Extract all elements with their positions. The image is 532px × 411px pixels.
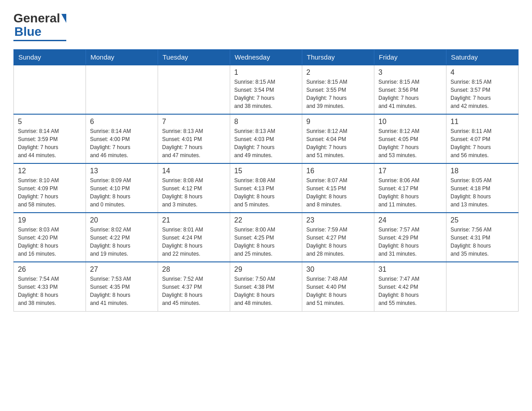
weekday-header-row: SundayMondayTuesdayWednesdayThursdayFrid… (14, 50, 519, 65)
day-number: 7 (162, 118, 226, 126)
calendar-cell: 12Sunrise: 8:10 AM Sunset: 4:09 PM Dayli… (14, 163, 86, 213)
day-info: Sunrise: 7:47 AM Sunset: 4:42 PM Dayligh… (378, 275, 442, 307)
logo-row1: General (13, 11, 66, 26)
logo-arrow-icon (61, 14, 66, 23)
day-info: Sunrise: 8:15 AM Sunset: 3:54 PM Dayligh… (234, 78, 298, 110)
day-number: 17 (378, 167, 442, 175)
day-number: 25 (450, 216, 514, 224)
day-info: Sunrise: 8:02 AM Sunset: 4:22 PM Dayligh… (90, 226, 154, 258)
day-number: 6 (90, 118, 154, 126)
day-info: Sunrise: 8:12 AM Sunset: 4:04 PM Dayligh… (306, 127, 370, 159)
calendar-cell: 28Sunrise: 7:52 AM Sunset: 4:37 PM Dayli… (158, 262, 230, 311)
logo: General Blue (13, 11, 66, 41)
week-row-4: 19Sunrise: 8:03 AM Sunset: 4:20 PM Dayli… (14, 213, 519, 262)
calendar-cell: 26Sunrise: 7:54 AM Sunset: 4:33 PM Dayli… (14, 262, 86, 311)
day-number: 5 (18, 118, 82, 126)
calendar-cell: 24Sunrise: 7:57 AM Sunset: 4:29 PM Dayli… (374, 213, 446, 262)
weekday-header-wednesday: Wednesday (230, 50, 302, 65)
day-number: 18 (450, 167, 514, 175)
weekday-header-monday: Monday (86, 50, 158, 65)
calendar-cell: 11Sunrise: 8:11 AM Sunset: 4:07 PM Dayli… (446, 114, 519, 163)
day-number: 16 (306, 167, 370, 175)
page-header: General Blue (13, 9, 519, 41)
day-number: 26 (18, 265, 82, 274)
day-info: Sunrise: 8:15 AM Sunset: 3:55 PM Dayligh… (306, 78, 370, 110)
day-info: Sunrise: 8:06 AM Sunset: 4:17 PM Dayligh… (378, 176, 442, 209)
week-row-1: 1Sunrise: 8:15 AM Sunset: 3:54 PM Daylig… (14, 65, 519, 114)
calendar-cell: 2Sunrise: 8:15 AM Sunset: 3:55 PM Daylig… (302, 65, 374, 114)
day-info: Sunrise: 8:13 AM Sunset: 4:03 PM Dayligh… (234, 127, 298, 159)
calendar-cell: 21Sunrise: 8:01 AM Sunset: 4:24 PM Dayli… (158, 213, 230, 262)
day-info: Sunrise: 8:15 AM Sunset: 3:56 PM Dayligh… (378, 78, 442, 110)
calendar-cell: 14Sunrise: 8:08 AM Sunset: 4:12 PM Dayli… (158, 163, 230, 213)
calendar-cell: 19Sunrise: 8:03 AM Sunset: 4:20 PM Dayli… (14, 213, 86, 262)
day-number: 2 (306, 68, 370, 77)
day-info: Sunrise: 7:48 AM Sunset: 4:40 PM Dayligh… (306, 275, 370, 307)
weekday-header-saturday: Saturday (446, 50, 519, 65)
logo-underline (13, 40, 66, 41)
day-info: Sunrise: 8:13 AM Sunset: 4:01 PM Dayligh… (162, 127, 226, 159)
day-info: Sunrise: 8:09 AM Sunset: 4:10 PM Dayligh… (90, 176, 154, 209)
calendar-cell (14, 65, 86, 114)
weekday-header-thursday: Thursday (302, 50, 374, 65)
day-number: 15 (234, 167, 298, 175)
calendar-cell: 13Sunrise: 8:09 AM Sunset: 4:10 PM Dayli… (86, 163, 158, 213)
calendar-cell: 31Sunrise: 7:47 AM Sunset: 4:42 PM Dayli… (374, 262, 446, 311)
week-row-5: 26Sunrise: 7:54 AM Sunset: 4:33 PM Dayli… (14, 262, 519, 311)
day-number: 12 (18, 167, 82, 175)
calendar-cell: 8Sunrise: 8:13 AM Sunset: 4:03 PM Daylig… (230, 114, 302, 163)
day-info: Sunrise: 7:52 AM Sunset: 4:37 PM Dayligh… (162, 275, 226, 307)
day-number: 31 (378, 265, 442, 274)
calendar-cell: 5Sunrise: 8:14 AM Sunset: 3:59 PM Daylig… (14, 114, 86, 163)
calendar-cell: 10Sunrise: 8:12 AM Sunset: 4:05 PM Dayli… (374, 114, 446, 163)
week-row-3: 12Sunrise: 8:10 AM Sunset: 4:09 PM Dayli… (14, 163, 519, 213)
day-info: Sunrise: 7:50 AM Sunset: 4:38 PM Dayligh… (234, 275, 298, 307)
day-info: Sunrise: 8:12 AM Sunset: 4:05 PM Dayligh… (378, 127, 442, 159)
calendar-cell: 25Sunrise: 7:56 AM Sunset: 4:31 PM Dayli… (446, 213, 519, 262)
day-number: 9 (306, 118, 370, 126)
calendar-cell: 30Sunrise: 7:48 AM Sunset: 4:40 PM Dayli… (302, 262, 374, 311)
calendar-cell: 18Sunrise: 8:05 AM Sunset: 4:18 PM Dayli… (446, 163, 519, 213)
logo-row2: Blue (13, 25, 42, 39)
day-info: Sunrise: 8:14 AM Sunset: 4:00 PM Dayligh… (90, 127, 154, 159)
calendar-cell: 27Sunrise: 7:53 AM Sunset: 4:35 PM Dayli… (86, 262, 158, 311)
day-info: Sunrise: 8:03 AM Sunset: 4:20 PM Dayligh… (18, 226, 82, 258)
day-info: Sunrise: 8:08 AM Sunset: 4:13 PM Dayligh… (234, 176, 298, 209)
day-number: 22 (234, 216, 298, 224)
week-row-2: 5Sunrise: 8:14 AM Sunset: 3:59 PM Daylig… (14, 114, 519, 163)
calendar-cell: 4Sunrise: 8:15 AM Sunset: 3:57 PM Daylig… (446, 65, 519, 114)
day-info: Sunrise: 7:57 AM Sunset: 4:29 PM Dayligh… (378, 226, 442, 258)
day-number: 19 (18, 216, 82, 224)
calendar-cell (86, 65, 158, 114)
day-info: Sunrise: 8:15 AM Sunset: 3:57 PM Dayligh… (450, 78, 514, 110)
day-info: Sunrise: 8:00 AM Sunset: 4:25 PM Dayligh… (234, 226, 298, 258)
day-info: Sunrise: 8:14 AM Sunset: 3:59 PM Dayligh… (18, 127, 82, 159)
day-number: 21 (162, 216, 226, 224)
day-number: 29 (234, 265, 298, 274)
day-number: 4 (450, 68, 514, 77)
weekday-header-sunday: Sunday (14, 50, 86, 65)
day-number: 27 (90, 265, 154, 274)
day-number: 30 (306, 265, 370, 274)
calendar-cell: 7Sunrise: 8:13 AM Sunset: 4:01 PM Daylig… (158, 114, 230, 163)
calendar-table: SundayMondayTuesdayWednesdayThursdayFrid… (13, 49, 519, 312)
day-number: 13 (90, 167, 154, 175)
day-info: Sunrise: 7:59 AM Sunset: 4:27 PM Dayligh… (306, 226, 370, 258)
day-number: 1 (234, 68, 298, 77)
weekday-header-tuesday: Tuesday (158, 50, 230, 65)
day-info: Sunrise: 8:01 AM Sunset: 4:24 PM Dayligh… (162, 226, 226, 258)
day-number: 14 (162, 167, 226, 175)
calendar-cell: 1Sunrise: 8:15 AM Sunset: 3:54 PM Daylig… (230, 65, 302, 114)
calendar-cell: 15Sunrise: 8:08 AM Sunset: 4:13 PM Dayli… (230, 163, 302, 213)
calendar-cell: 22Sunrise: 8:00 AM Sunset: 4:25 PM Dayli… (230, 213, 302, 262)
calendar-cell: 16Sunrise: 8:07 AM Sunset: 4:15 PM Dayli… (302, 163, 374, 213)
day-number: 3 (378, 68, 442, 77)
day-number: 20 (90, 216, 154, 224)
logo-general: General (13, 11, 60, 26)
calendar-cell: 17Sunrise: 8:06 AM Sunset: 4:17 PM Dayli… (374, 163, 446, 213)
day-number: 28 (162, 265, 226, 274)
calendar-cell (446, 262, 519, 311)
day-info: Sunrise: 8:11 AM Sunset: 4:07 PM Dayligh… (450, 127, 514, 159)
day-info: Sunrise: 7:56 AM Sunset: 4:31 PM Dayligh… (450, 226, 514, 258)
day-info: Sunrise: 7:53 AM Sunset: 4:35 PM Dayligh… (90, 275, 154, 307)
